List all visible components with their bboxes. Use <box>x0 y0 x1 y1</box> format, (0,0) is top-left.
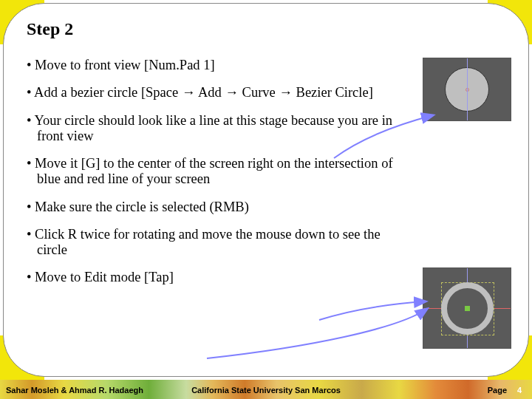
screenshot-circle-rotated <box>423 267 511 349</box>
bullet-item: Click R twice for rotating and move the … <box>27 227 403 259</box>
slide-title: Step 2 <box>27 19 73 39</box>
bullet-item: Make sure the circle is selected (RMB) <box>27 200 403 215</box>
bullet-item: Move to front view [Num.Pad 1] <box>27 58 403 73</box>
footer-page-number: 4 <box>517 386 522 395</box>
bullet-item: Move it [G] to the center of the screen … <box>27 156 403 188</box>
slide-content: Move to front view [Num.Pad 1] Add a bez… <box>27 58 403 298</box>
bullet-item: Add a bezier circle [Space → Add → Curve… <box>27 85 403 100</box>
footer-page-label: Page <box>488 386 507 395</box>
bullet-item: Move to Edit mode [Tap] <box>27 270 403 285</box>
bullet-item: Your circle should look like a line at t… <box>27 113 403 145</box>
footer-institution: California State University San Marcos <box>191 386 341 395</box>
footer-authors: Sahar Mosleh & Ahmad R. Hadaegh <box>6 386 143 395</box>
screenshot-circle-front-view <box>423 58 511 121</box>
